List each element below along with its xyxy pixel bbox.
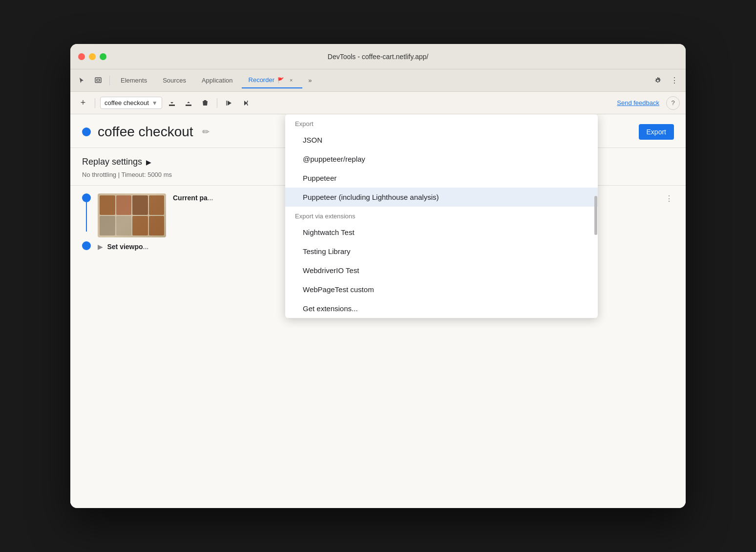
send-feedback-button[interactable]: Send feedback [617,99,659,106]
step-over-button[interactable] [239,96,252,110]
toolbar-divider-2 [217,98,217,108]
traffic-lights [78,53,106,60]
export-webdriverio-item[interactable]: WebdriverIO Test [285,261,598,280]
toolbar: + coffee checkout ▼ [70,92,686,114]
recorder-close-icon[interactable]: × [287,76,295,85]
plus-icon: + [81,98,86,108]
recorder-flag-icon: 🚩 [277,77,284,83]
tab-more-button[interactable]: » [304,74,315,87]
recording-selector[interactable]: coffee checkout ▼ [100,97,162,109]
maximize-button[interactable] [100,53,106,60]
inspect-icon[interactable] [91,73,105,88]
import-button[interactable] [182,96,195,110]
export-section-header: Export [285,114,598,130]
export-dropdown-menu: Export JSON @puppeteer/replay Puppeteer … [285,114,598,318]
tab-elements[interactable]: Elements [114,74,154,87]
main-content: coffee checkout ✏ Export Replay settings… [70,114,686,508]
cursor-icon[interactable] [74,73,89,88]
devtools-window: DevTools - coffee-cart.netlify.app/ Elem… [70,44,686,508]
svg-rect-0 [95,78,101,83]
export-puppeteer-item[interactable]: Puppeteer [285,169,598,188]
title-bar: DevTools - coffee-cart.netlify.app/ [70,44,686,69]
tab-bar: Elements Sources Application Recorder 🚩 … [70,69,686,92]
close-button[interactable] [78,53,85,60]
svg-rect-1 [97,79,100,81]
get-extensions-item[interactable]: Get extensions... [285,299,598,318]
tab-divider-1 [109,76,110,85]
minimize-button[interactable] [89,53,96,60]
export-webpagetest-item[interactable]: WebPageTest custom [285,280,598,299]
extensions-section-header: Export via extensions [285,207,598,223]
toolbar-divider-1 [95,98,95,108]
chevron-down-icon: ▼ [152,100,158,106]
settings-icon[interactable] [651,73,665,88]
dropdown-overlay: Export JSON @puppeteer/replay Puppeteer … [70,114,686,508]
tab-application[interactable]: Application [195,74,240,87]
export-puppeteer-lighthouse-item[interactable]: Puppeteer (including Lighthouse analysis… [285,188,598,207]
help-button[interactable]: ? [666,96,680,110]
more-options-icon[interactable]: ⋮ [667,73,682,88]
export-button[interactable] [165,96,179,110]
export-testing-library-item[interactable]: Testing Library [285,242,598,261]
export-nightwatch-item[interactable]: Nightwatch Test [285,223,598,242]
add-recording-button[interactable]: + [76,96,90,110]
export-json-item[interactable]: JSON [285,130,598,149]
export-puppeteer-replay-item[interactable]: @puppeteer/replay [285,149,598,169]
recording-selector-label: coffee checkout [105,99,149,106]
dropdown-scrollbar-thumb[interactable] [594,196,597,235]
replay-button[interactable] [222,96,236,110]
tab-sources[interactable]: Sources [156,74,193,87]
window-title: DevTools - coffee-cart.netlify.app/ [328,53,428,61]
dropdown-scrollbar-track [594,114,598,318]
tab-recorder[interactable]: Recorder 🚩 × [242,73,303,88]
delete-button[interactable] [198,96,212,110]
